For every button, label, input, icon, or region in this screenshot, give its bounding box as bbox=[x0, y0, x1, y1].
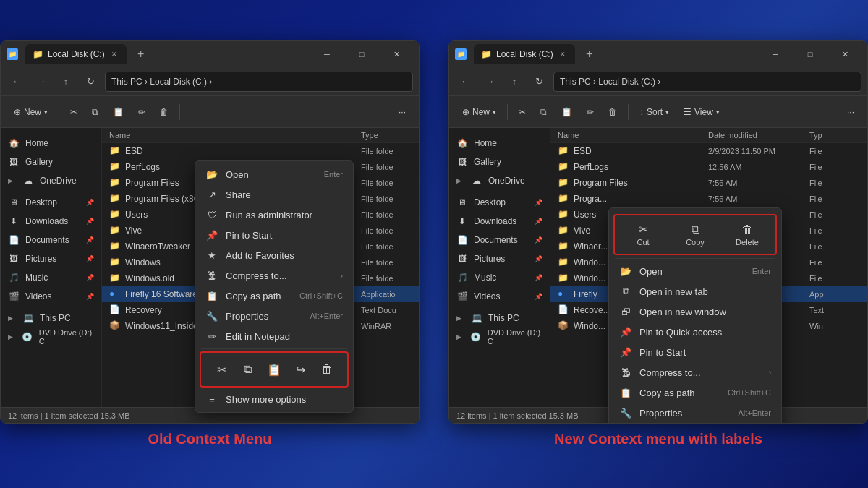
sidebar-item-home[interactable]: 🏠 Home bbox=[1, 134, 101, 153]
maximize-btn-new[interactable]: □ bbox=[793, 44, 827, 64]
delete-btn-new[interactable]: 🗑 bbox=[603, 101, 623, 123]
breadcrumb-old[interactable]: This PC › Local Disk (C:) › bbox=[105, 72, 413, 92]
ctx-new-copypath[interactable]: 📋 Copy as path Ctrl+Shift+C bbox=[609, 382, 781, 403]
doc-icon: 📄 bbox=[109, 304, 121, 316]
col-header-type-new: Typ bbox=[809, 131, 860, 140]
ctx-compress[interactable]: 🗜 Compress to... › bbox=[195, 265, 353, 286]
ctx-new-pinstart[interactable]: 📌 Pin to Start bbox=[609, 342, 781, 362]
sidebar-item-documents[interactable]: 📄 Documents 📌 bbox=[1, 231, 101, 249]
icon-copy-new[interactable]: ⧉ Copy bbox=[670, 221, 720, 249]
back-btn-old[interactable]: ← bbox=[7, 72, 27, 92]
up-btn-old[interactable]: ↑ bbox=[56, 72, 76, 92]
new-tab-btn-old[interactable]: + bbox=[132, 46, 150, 63]
sidebar-videos-new[interactable]: 🎬 Videos 📌 bbox=[449, 287, 550, 306]
documents-pin: 📌 bbox=[86, 236, 94, 244]
compress-arrow: › bbox=[341, 272, 343, 280]
more-btn-new[interactable]: ··· bbox=[841, 101, 860, 123]
ctx-properties[interactable]: 🔧 Properties Alt+Enter bbox=[195, 306, 353, 326]
new-btn-new[interactable]: ⊕ New ▾ bbox=[456, 101, 502, 123]
sidebar-item-onedrive-new[interactable]: ▶ ☁ OneDrive bbox=[449, 171, 550, 190]
ctx-runas[interactable]: 🛡 Run as administrator bbox=[195, 205, 353, 225]
sidebar-item-downloads[interactable]: ⬇ Downloads 📌 bbox=[1, 212, 101, 231]
ctx-new-opennewwin[interactable]: 🗗 Open in new window bbox=[609, 301, 781, 322]
sidebar-item-pictures[interactable]: 🖼 Pictures 📌 bbox=[1, 249, 101, 268]
icon-copy[interactable]: ⧉ bbox=[236, 357, 260, 382]
tab-close-old[interactable]: ✕ bbox=[109, 49, 119, 59]
file-row-pf86-new[interactable]: 📁Progra...7:56 AMFile bbox=[550, 191, 867, 207]
sidebar-desktop-new[interactable]: 🖥 Desktop 📌 bbox=[449, 193, 550, 212]
delete-btn-old[interactable]: 🗑 bbox=[154, 101, 174, 123]
sidebar-music-new[interactable]: 🎵 Music 📌 bbox=[449, 268, 550, 287]
forward-btn-new[interactable]: → bbox=[480, 72, 500, 92]
more-btn-old[interactable]: ··· bbox=[393, 101, 412, 123]
tab-old[interactable]: 📁 Local Disk (C:) ✕ bbox=[25, 44, 127, 64]
breadcrumb-new[interactable]: This PC › Local Disk (C:) › bbox=[553, 72, 861, 92]
sidebar-item-dvd[interactable]: ▶ 💿 DVD Drive (D:) C bbox=[1, 328, 101, 346]
sidebar-pictures-new[interactable]: 🖼 Pictures 📌 bbox=[449, 249, 550, 268]
sidebar-dvd-new[interactable]: ▶ 💿 DVD Drive (D:) C bbox=[449, 328, 550, 346]
sidebar-item-home-new[interactable]: 🏠 Home bbox=[449, 134, 550, 153]
ctx-pinstart[interactable]: 📌 Pin to Start bbox=[195, 225, 353, 245]
ctx-new-compress[interactable]: 🗜 Compress to... › bbox=[609, 362, 781, 382]
rename-btn-new[interactable]: ✏ bbox=[581, 101, 600, 123]
file-row-pf-new[interactable]: 📁Program Files7:56 AMFile bbox=[550, 175, 867, 191]
paste-btn-new[interactable]: 📋 bbox=[556, 101, 578, 123]
sort-btn-new[interactable]: ↕ Sort ▾ bbox=[634, 101, 675, 123]
new-tab-btn-new[interactable]: + bbox=[581, 46, 598, 63]
documents-icon-new: 📄 bbox=[456, 234, 468, 246]
ctx-new-properties[interactable]: 🔧 Properties Alt+Enter bbox=[609, 403, 781, 423]
cut-btn-new[interactable]: ✂ bbox=[513, 101, 532, 123]
ctx-share[interactable]: ↗ Share bbox=[195, 184, 353, 205]
ctx-addfav[interactable]: ★ Add to Favorites bbox=[195, 245, 353, 265]
sidebar-item-desktop[interactable]: 🖥 Desktop 📌 bbox=[1, 193, 101, 212]
sidebar-documents-new[interactable]: 📄 Documents 📌 bbox=[449, 231, 550, 249]
pictures-pin-new: 📌 bbox=[535, 255, 542, 262]
sidebar-downloads-new[interactable]: ⬇ Downloads 📌 bbox=[449, 212, 550, 231]
ctx-showmore[interactable]: ≡ Show more options bbox=[195, 389, 353, 409]
minimize-btn-new[interactable]: ─ bbox=[759, 44, 792, 64]
close-btn-old[interactable]: ✕ bbox=[380, 44, 413, 64]
up-btn-new[interactable]: ↑ bbox=[504, 72, 524, 92]
refresh-btn-new[interactable]: ↻ bbox=[529, 72, 549, 92]
icon-paste[interactable]: 📋 bbox=[262, 357, 286, 382]
icon-rename[interactable]: ↪ bbox=[288, 357, 312, 382]
paste-btn-old[interactable]: 📋 bbox=[107, 101, 129, 123]
tab-close-new[interactable]: ✕ bbox=[558, 49, 568, 59]
ctx-new-pinquick[interactable]: 📌 Pin to Quick access bbox=[609, 322, 781, 342]
icon-delete-new[interactable]: 🗑 Delete bbox=[722, 221, 773, 249]
file-row-perflogs-new[interactable]: 📁PerfLogs12:56 AMFile bbox=[550, 159, 867, 175]
file-row-esd[interactable]: 📁ESDFile folde bbox=[102, 143, 419, 159]
refresh-btn-old[interactable]: ↻ bbox=[80, 72, 101, 92]
tab-new[interactable]: 📁 Local Disk (C:) ✕ bbox=[474, 44, 575, 64]
icon-delete[interactable]: 🗑 bbox=[315, 357, 339, 382]
sidebar-item-videos[interactable]: 🎬 Videos 📌 bbox=[1, 287, 101, 306]
sidebar-item-gallery[interactable]: 🖼 Gallery bbox=[1, 153, 101, 171]
ctx-open[interactable]: 📂 Open Enter bbox=[195, 164, 353, 184]
back-btn-new[interactable]: ← bbox=[455, 72, 475, 92]
sidebar-item-music[interactable]: 🎵 Music 📌 bbox=[1, 268, 101, 287]
ctx-editnotepad[interactable]: ✏ Edit in Notepad bbox=[195, 326, 353, 346]
old-context-menu: 📂 Open Enter ↗ Share 🛡 Run as administra… bbox=[195, 160, 354, 413]
file-row-esd-new[interactable]: 📁ESD2/9/2023 11:50 PMFile bbox=[550, 143, 867, 159]
view-btn-new[interactable]: ☰ View ▾ bbox=[678, 101, 726, 123]
toolbar-new: ⊕ New ▾ ✂ ⧉ 📋 ✏ 🗑 ↕ Sort ▾ ☰ View ▾ ··· bbox=[449, 96, 867, 128]
icon-cut[interactable]: ✂ bbox=[209, 357, 234, 382]
ctx-new-open[interactable]: 📂 Open Enter bbox=[609, 261, 781, 281]
forward-btn-old[interactable]: → bbox=[31, 72, 51, 92]
icon-cut-new[interactable]: ✂ Cut bbox=[618, 220, 668, 249]
minimize-btn-old[interactable]: ─ bbox=[310, 44, 344, 64]
cut-btn-old[interactable]: ✂ bbox=[64, 101, 83, 123]
sidebar-item-thispc[interactable]: ▶ 💻 This PC bbox=[1, 309, 101, 328]
sidebar-item-onedrive[interactable]: ▶ ☁ OneDrive bbox=[1, 171, 101, 190]
ctx-copypath[interactable]: 📋 Copy as path Ctrl+Shift+C bbox=[195, 286, 353, 306]
copy-btn-new[interactable]: ⧉ bbox=[535, 101, 553, 123]
sidebar-item-gallery-new[interactable]: 🖼 Gallery bbox=[449, 153, 550, 171]
close-btn-new[interactable]: ✕ bbox=[828, 44, 861, 64]
new-btn-old[interactable]: ⊕ New ▾ bbox=[8, 101, 54, 123]
maximize-btn-old[interactable]: □ bbox=[345, 44, 378, 64]
copy-btn-old[interactable]: ⧉ bbox=[86, 101, 104, 123]
home-icon: 🏠 bbox=[8, 137, 20, 149]
ctx-new-opennewtab[interactable]: ⧉ Open in new tab bbox=[609, 281, 781, 301]
sidebar-thispc-new[interactable]: ▶ 💻 This PC bbox=[449, 309, 550, 328]
rename-btn-old[interactable]: ✏ bbox=[132, 101, 151, 123]
